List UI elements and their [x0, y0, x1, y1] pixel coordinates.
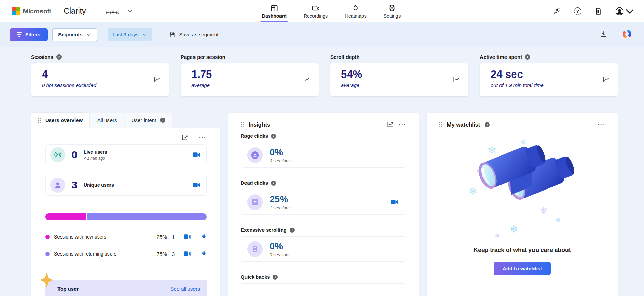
rage-clicks-icon — [247, 147, 263, 163]
more-menu-button[interactable] — [399, 123, 406, 126]
metric-label: Sessions — [31, 54, 53, 60]
tab-recordings[interactable]: Recordings — [298, 0, 334, 22]
help-button[interactable] — [574, 7, 581, 15]
date-range-dropdown[interactable]: Last 3 days — [108, 28, 152, 41]
trend-chart-icon — [453, 76, 460, 83]
scroll-depth-card: 54% average — [330, 63, 468, 96]
clarity-wordmark: Clarity — [64, 6, 86, 16]
new-users-legend-row: Sessions with new users 25% 1 — [45, 232, 207, 242]
see-all-users-link[interactable]: See all users — [170, 286, 200, 292]
add-to-watchlist-button[interactable]: Add to watchlist — [494, 262, 551, 275]
tab-user-intent[interactable]: User intent — [125, 113, 172, 128]
info-icon[interactable] — [290, 228, 295, 233]
tab-all-users[interactable]: All users — [90, 113, 124, 128]
new-users-dot — [45, 235, 50, 239]
legend-count: 1 — [172, 234, 175, 240]
account-menu-button[interactable] — [615, 7, 634, 15]
live-users-subtext: < 1 min ago — [84, 156, 107, 161]
watch-recordings-button[interactable] — [193, 182, 200, 188]
unique-users-count: 3 — [71, 179, 78, 191]
metric-value: 54% — [341, 68, 460, 81]
metric-label: Pages per session — [181, 54, 225, 60]
info-icon[interactable] — [271, 134, 276, 139]
rage-clicks-sessions: 0 sessions — [270, 158, 290, 163]
feedback-button[interactable] — [553, 7, 561, 15]
trend-chart-icon — [153, 76, 161, 83]
trend-chart-button[interactable] — [387, 120, 394, 129]
drag-handle-icon[interactable] — [439, 122, 442, 127]
save-as-segment-button[interactable]: Save as segment — [169, 31, 218, 38]
tab-users-overview[interactable]: Users overview — [31, 113, 89, 128]
sessions-card: 4 0 bot sessions excluded — [31, 63, 169, 96]
main-nav: Dashboard Recordings Heatmaps ⚙ Settings — [256, 0, 407, 22]
metric-active-time: Active time spent 24 sec out of 1.9 min … — [480, 53, 618, 96]
info-icon[interactable] — [525, 54, 530, 60]
rage-clicks-row: 0% 0 sessions — [241, 143, 406, 168]
top-user-label: Top user — [57, 286, 79, 292]
more-menu-button[interactable] — [199, 136, 207, 139]
trend-chart-button[interactable] — [153, 76, 161, 84]
tab-settings[interactable]: ⚙ Settings — [377, 0, 407, 22]
view-heatmap-button[interactable] — [201, 233, 207, 240]
watch-recordings-button[interactable] — [184, 251, 191, 257]
returning-users-segment — [87, 213, 207, 220]
legend-count: 3 — [172, 251, 175, 257]
new-vs-returning-bar — [45, 213, 207, 220]
pages-per-session-card: 1.75 average — [181, 63, 319, 96]
heatmap-flame-icon — [201, 250, 207, 257]
binoculars-image — [466, 138, 578, 241]
trend-chart-button[interactable] — [453, 76, 460, 84]
tab-heatmaps[interactable]: Heatmaps — [339, 0, 373, 22]
top-user-bar: Top user See all users — [45, 280, 207, 296]
info-icon[interactable] — [271, 181, 276, 186]
watch-recordings-button[interactable] — [391, 199, 399, 205]
dashboard-icon — [270, 4, 278, 12]
info-icon[interactable] — [56, 54, 62, 60]
trend-chart-button[interactable] — [303, 76, 310, 84]
trend-chart-icon — [602, 76, 610, 83]
metric-value: 1.75 — [191, 68, 310, 81]
tab-dashboard[interactable]: Dashboard — [256, 0, 293, 22]
avatar-icon — [615, 7, 624, 15]
segments-dropdown[interactable]: Segments — [52, 28, 97, 41]
metric-subtext: out of 1.9 min total time — [491, 82, 610, 88]
trend-chart-button[interactable] — [181, 134, 189, 142]
more-menu-button[interactable] — [598, 123, 606, 126]
metric-value: 4 — [42, 68, 161, 81]
docs-button[interactable] — [594, 7, 603, 15]
project-name: پیشینو — [105, 8, 119, 14]
legend-percent: 25% — [157, 234, 167, 240]
project-selector[interactable]: پیشینو — [105, 8, 132, 14]
legend-label: Sessions with new users — [54, 234, 106, 240]
active-time-card: 24 sec out of 1.9 min total time — [480, 63, 618, 96]
info-icon[interactable] — [273, 275, 278, 280]
brand-divider — [57, 6, 57, 16]
legend-percent: 75% — [157, 251, 167, 257]
save-icon — [169, 31, 175, 38]
download-button[interactable] — [600, 30, 607, 39]
watch-recordings-button[interactable] — [184, 234, 191, 240]
excessive-scrolling-label: Excessive scrolling — [241, 227, 287, 233]
trend-chart-icon — [387, 120, 394, 128]
excessive-scrolling-row: 0% 0 sessions — [241, 236, 406, 262]
video-icon — [193, 152, 200, 158]
copilot-button[interactable] — [622, 29, 632, 40]
chevron-down-icon — [87, 33, 91, 36]
view-heatmap-button[interactable] — [201, 250, 207, 257]
watchlist-message: Keep track of what you care about — [439, 247, 606, 254]
download-icon — [600, 30, 607, 38]
dead-clicks-icon — [247, 194, 263, 210]
drag-handle-icon[interactable] — [241, 122, 244, 127]
video-icon — [193, 182, 200, 188]
active-tab-indicator — [260, 21, 288, 22]
insights-title: Insights — [249, 121, 270, 128]
filters-button[interactable]: Filters — [10, 28, 48, 41]
sparkle-icon — [39, 272, 54, 289]
info-icon[interactable] — [485, 122, 490, 127]
live-users-row: 0 Live users < 1 min ago — [45, 144, 207, 165]
watch-recordings-button[interactable] — [193, 152, 200, 158]
metric-subtext: average — [191, 82, 310, 88]
filter-icon — [17, 32, 22, 37]
trend-chart-button[interactable] — [602, 76, 610, 84]
metric-scroll-depth: Scroll depth 54% average — [330, 53, 468, 96]
